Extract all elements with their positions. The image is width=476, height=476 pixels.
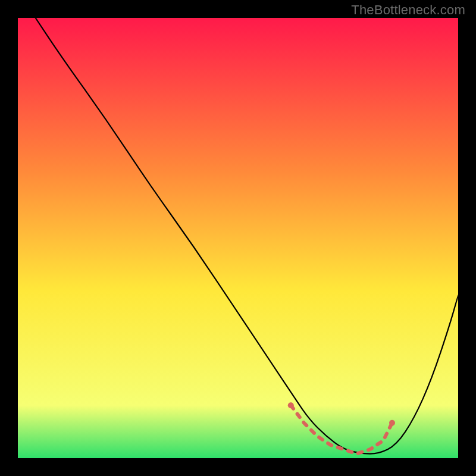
attribution-text: TheBottleneck.com bbox=[351, 2, 465, 18]
chart-stage: TheBottleneck.com bbox=[0, 0, 476, 476]
plot-area bbox=[18, 18, 458, 458]
optimal-range-endpoint bbox=[389, 420, 395, 426]
optimal-range-endpoint bbox=[288, 402, 294, 408]
gradient-background bbox=[18, 18, 458, 458]
chart-svg bbox=[18, 18, 458, 458]
